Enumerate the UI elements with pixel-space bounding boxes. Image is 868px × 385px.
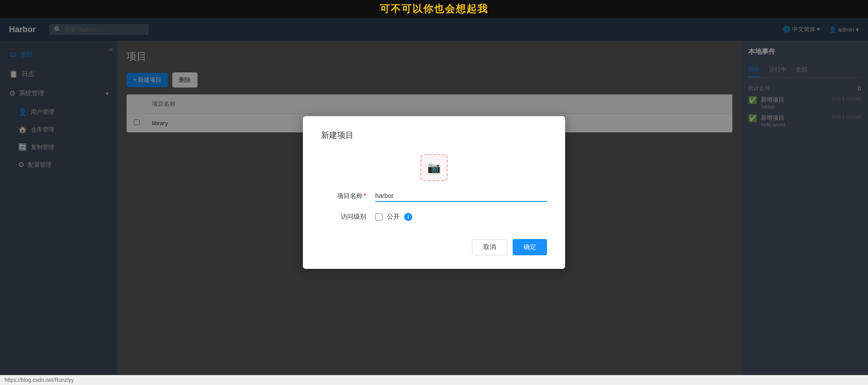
confirm-label: 确定 — [524, 243, 536, 250]
upload-icon-box[interactable]: 📷 — [420, 154, 448, 181]
project-name-input[interactable] — [375, 190, 547, 202]
url-bar: https://blog.csdn.net/Runzlyy — [0, 375, 868, 385]
public-checkbox[interactable] — [375, 213, 382, 221]
music-title: 可不可以你也会想起我 — [380, 2, 488, 16]
public-label: 公开 — [387, 213, 400, 221]
modal-title: 新建项目 — [321, 130, 547, 141]
music-bar: 可不可以你也会想起我 — [0, 0, 868, 18]
project-name-label-text: 项目名称 — [337, 192, 363, 199]
confirm-button[interactable]: 确定 — [513, 239, 547, 255]
cancel-button[interactable]: 取消 — [472, 239, 507, 255]
project-name-row: 项目名称* — [321, 190, 547, 202]
modal-icon-area: 📷 — [321, 154, 547, 181]
access-level-control: 公开 i — [375, 213, 412, 221]
required-star: * — [364, 192, 366, 199]
camera-icon: 📷 — [427, 161, 441, 174]
info-icon[interactable]: i — [404, 213, 412, 221]
modal-footer: 取消 确定 — [321, 239, 547, 255]
cancel-label: 取消 — [483, 243, 496, 250]
access-level-row: 访问级别 公开 i — [321, 213, 547, 221]
project-name-label: 项目名称* — [321, 192, 366, 200]
url-text: https://blog.csdn.net/Runzlyy — [5, 377, 74, 383]
access-level-label: 访问级别 — [321, 213, 366, 221]
new-project-modal: 新建项目 📷 项目名称* 访问级别 公开 i 取消 确定 — [303, 116, 565, 269]
